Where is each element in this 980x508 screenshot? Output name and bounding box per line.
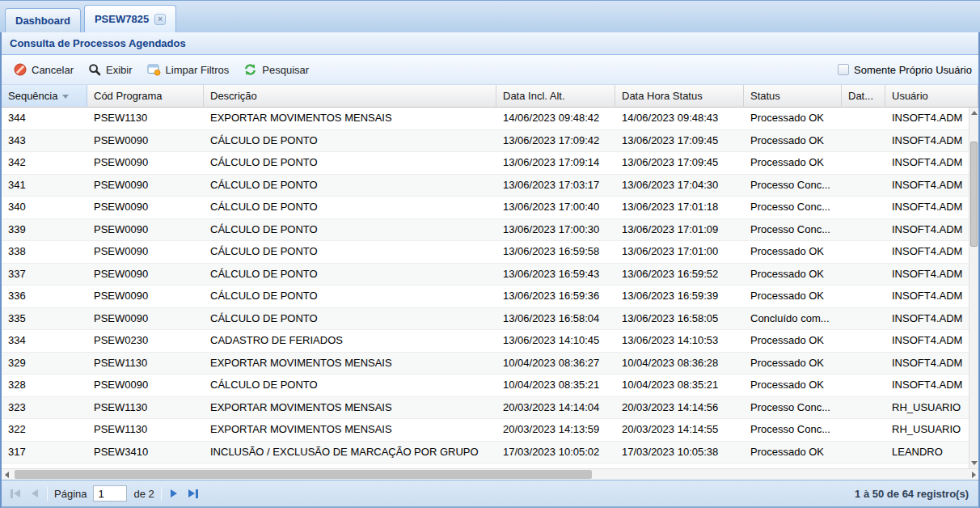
cell-sequencia: 344	[2, 108, 87, 129]
cell-descricao: CÁLCULO DE PONTO	[204, 241, 496, 263]
cell-sequencia: 328	[2, 375, 87, 396]
table-row[interactable]: 322PSEW1130EXPORTAR MOVIMENTOS MENSAIS20…	[2, 419, 978, 442]
scroll-down-icon[interactable]	[971, 461, 978, 465]
column-header-dat[interactable]: Dat...	[842, 85, 885, 108]
cancel-button-label: Cancelar	[32, 64, 74, 76]
cell-descricao: CÁLCULO DE PONTO	[204, 152, 496, 174]
cell-dat	[842, 353, 885, 375]
cell-cod_programa: PSEW0090	[87, 197, 204, 218]
table-row[interactable]: 335PSEW0090CÁLCULO DE PONTO13/06/2023 16…	[2, 308, 978, 331]
cell-sequencia: 341	[2, 175, 87, 197]
limpar-filtros-button[interactable]: Limpar Filtros	[140, 60, 237, 79]
cell-data_hora_status: 10/04/2023 08:36:28	[615, 353, 744, 375]
cancel-button[interactable]: Cancelar	[6, 60, 81, 79]
column-header-sequencia[interactable]: Sequência	[2, 85, 87, 108]
table-row[interactable]: 340PSEW0090CÁLCULO DE PONTO13/06/2023 17…	[2, 197, 978, 219]
table-row[interactable]: 343PSEW0090CÁLCULO DE PONTO13/06/2023 17…	[2, 130, 978, 153]
column-header-data_incl_alt[interactable]: Data Incl. Alt.	[496, 85, 615, 108]
cell-data_incl_alt: 20/03/2023 14:13:59	[496, 419, 615, 441]
cell-dat	[842, 264, 885, 286]
horizontal-scrollbar[interactable]	[2, 468, 978, 480]
somente-proprio-usuario-checkbox[interactable]	[838, 64, 849, 75]
cell-usuario: INSOFT4.ADM	[885, 308, 978, 330]
first-page-button[interactable]	[8, 487, 23, 501]
scroll-up-icon[interactable]	[971, 111, 978, 115]
column-header-label: Dat...	[848, 86, 873, 107]
table-row[interactable]: 336PSEW0090CÁLCULO DE PONTO13/06/2023 16…	[2, 286, 978, 308]
tab-psew7825-label: PSEW7825	[95, 13, 149, 25]
cell-usuario: RH_USUARIO	[885, 397, 978, 419]
page-number-input[interactable]	[93, 485, 127, 502]
table-row[interactable]: 323PSEW1130EXPORTAR MOVIMENTOS MENSAIS20…	[2, 397, 978, 420]
cell-usuario: INSOFT4.ADM	[885, 152, 978, 174]
vertical-scrollbar[interactable]	[969, 108, 978, 468]
cell-usuario: INSOFT4.ADM	[885, 286, 978, 307]
table-row[interactable]: 329PSEW1130EXPORTAR MOVIMENTOS MENSAIS10…	[2, 353, 978, 375]
cell-data_hora_status: 13/06/2023 14:10:53	[615, 330, 744, 352]
table-row[interactable]: 339PSEW0090CÁLCULO DE PONTO13/06/2023 17…	[2, 219, 978, 242]
scroll-left-icon[interactable]	[5, 472, 9, 478]
previous-page-button[interactable]	[29, 487, 40, 500]
close-icon[interactable]: ×	[154, 14, 166, 25]
toolbar: Cancelar Exibir Limpar Filtros	[2, 55, 978, 85]
cell-cod_programa: PSEW0090	[87, 375, 204, 396]
cell-usuario: INSOFT4.ADM	[885, 264, 978, 286]
next-page-button[interactable]	[168, 487, 180, 500]
tab-dashboard[interactable]: Dashboard	[5, 8, 81, 32]
cell-dat	[842, 152, 885, 174]
grid-header: SequênciaCód ProgramaDescriçãoData Incl.…	[2, 85, 978, 108]
table-row[interactable]: 317PSEW3410INCLUSÃO / EXCLUSÃO DE MARCAÇ…	[2, 442, 978, 464]
cell-usuario: INSOFT4.ADM	[885, 241, 978, 263]
cell-status: Processado OK	[744, 330, 842, 352]
tab-psew7825[interactable]: PSEW7825 ×	[84, 5, 176, 32]
cell-data_hora_status: 13/06/2023 16:59:39	[615, 286, 744, 307]
exibir-button-label: Exibir	[106, 64, 133, 76]
cell-cod_programa: PSEW0090	[87, 308, 204, 330]
column-header-usuario[interactable]: Usuário	[885, 85, 978, 108]
cell-sequencia: 334	[2, 330, 87, 352]
cell-data_hora_status: 13/06/2023 16:58:05	[615, 308, 744, 330]
column-header-data_hora_status[interactable]: Data Hora Status	[615, 85, 744, 108]
cell-data_incl_alt: 13/06/2023 16:59:43	[496, 264, 615, 286]
cell-descricao: CÁLCULO DE PONTO	[204, 375, 496, 396]
column-header-cod_programa[interactable]: Cód Programa	[87, 85, 204, 108]
vertical-scrollbar-thumb[interactable]	[970, 142, 978, 247]
cell-status: Processado OK	[744, 108, 842, 129]
cell-sequencia: 329	[2, 353, 87, 375]
records-summary: 1 à 50 de 64 registro(s)	[855, 488, 972, 500]
exibir-button[interactable]: Exibir	[81, 60, 140, 79]
column-header-label: Status	[750, 86, 780, 107]
table-row[interactable]: 334PSEW0230CADASTRO DE FERIADOS13/06/202…	[2, 330, 978, 353]
cell-cod_programa: PSEW0230	[87, 330, 204, 352]
cell-descricao: CÁLCULO DE PONTO	[204, 308, 496, 330]
cell-cod_programa: PSEW3410	[87, 442, 204, 464]
table-row[interactable]: 337PSEW0090CÁLCULO DE PONTO13/06/2023 16…	[2, 264, 978, 286]
cell-data_hora_status: 10/04/2023 08:35:21	[615, 375, 744, 396]
cell-usuario: INSOFT4.ADM	[885, 353, 978, 375]
cell-dat	[842, 442, 885, 464]
last-page-button[interactable]	[186, 487, 201, 501]
cell-data_hora_status: 14/06/2023 09:48:43	[615, 108, 744, 129]
column-header-label: Data Incl. Alt.	[503, 86, 565, 107]
table-row[interactable]: 342PSEW0090CÁLCULO DE PONTO13/06/2023 17…	[2, 152, 978, 175]
tab-dashboard-label: Dashboard	[15, 15, 70, 27]
pesquisar-button[interactable]: Pesquisar	[236, 60, 316, 79]
cell-data_hora_status: 20/03/2023 14:14:56	[615, 397, 744, 419]
cell-sequencia: 317	[2, 442, 87, 464]
table-row[interactable]: 341PSEW0090CÁLCULO DE PONTO13/06/2023 17…	[2, 175, 978, 197]
grid-body: 344PSEW1130EXPORTAR MOVIMENTOS MENSAIS14…	[2, 108, 978, 480]
table-row[interactable]: 344PSEW1130EXPORTAR MOVIMENTOS MENSAIS14…	[2, 108, 978, 130]
scroll-right-icon[interactable]	[972, 472, 976, 478]
cell-data_incl_alt: 13/06/2023 16:58:04	[496, 308, 615, 330]
cell-data_incl_alt: 13/06/2023 17:09:14	[496, 152, 615, 174]
column-header-status[interactable]: Status	[744, 85, 842, 108]
cell-usuario: INSOFT4.ADM	[885, 375, 978, 396]
table-row[interactable]: 338PSEW0090CÁLCULO DE PONTO13/06/2023 16…	[2, 241, 978, 264]
refresh-icon	[243, 63, 257, 76]
column-header-descricao[interactable]: Descrição	[204, 85, 496, 108]
cell-descricao: CÁLCULO DE PONTO	[204, 175, 496, 197]
horizontal-scrollbar-thumb[interactable]	[15, 470, 592, 479]
cell-data_incl_alt: 17/03/2023 10:05:02	[496, 442, 615, 464]
page-title: Consulta de Processos Agendados	[10, 37, 186, 49]
table-row[interactable]: 328PSEW0090CÁLCULO DE PONTO10/04/2023 08…	[2, 375, 978, 397]
